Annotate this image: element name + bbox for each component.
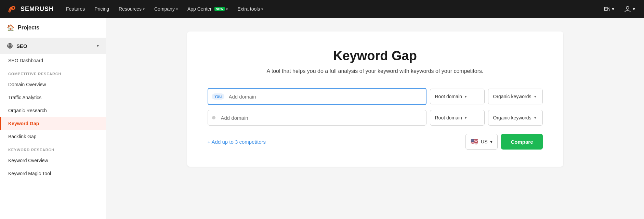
top-navigation: SEMRUSH Features Pricing Resources ▾ Com…	[0, 0, 644, 18]
add-competitors-button[interactable]: + Add up to 3 competitors	[208, 139, 266, 145]
nav-right: EN ▾ ▾	[601, 3, 639, 15]
language-selector[interactable]: EN ▾	[601, 4, 618, 14]
nav-company[interactable]: Company ▾	[150, 4, 182, 14]
sidebar-item-traffic-analytics[interactable]: Traffic Analytics	[0, 91, 106, 104]
nav-extra-tools[interactable]: Extra tools ▾	[233, 4, 267, 14]
sidebar-item-domain-overview[interactable]: Domain Overview	[0, 78, 106, 91]
bottom-row: + Add up to 3 competitors 🇺🇸 US ▾ Compar…	[208, 134, 543, 150]
flag-icon: 🇺🇸	[471, 138, 478, 145]
chevron-down-icon: ▾	[534, 116, 536, 120]
domain-input-wrap-2	[208, 110, 426, 126]
chevron-down-icon: ▾	[97, 43, 99, 48]
main-content: Keyword Gap A tool that helps you do a f…	[106, 18, 644, 219]
sidebar-section-competitive: COMPETITIVE RESEARCH	[0, 67, 106, 78]
domain-input-wrap-1: You	[208, 88, 426, 105]
sidebar-seo-label: SEO	[16, 43, 93, 49]
home-icon: 🏠	[7, 24, 14, 31]
chevron-down-icon: ▾	[261, 7, 263, 11]
logo[interactable]: SEMRUSH	[5, 3, 54, 15]
sidebar-item-seo-dashboard[interactable]: SEO Dashboard	[0, 54, 106, 67]
sidebar-section-keyword-research: KEYWORD RESEARCH	[0, 143, 106, 154]
chevron-down-icon: ▾	[534, 94, 536, 99]
chevron-down-icon: ▾	[490, 139, 492, 144]
root-domain-select-2[interactable]: Root domain ▾	[430, 110, 485, 126]
domain-row-2: Root domain ▾ Organic keywords ▾	[208, 110, 543, 126]
domain-input-1[interactable]	[208, 89, 426, 104]
logo-text: SEMRUSH	[21, 5, 54, 13]
new-badge: NEW	[214, 7, 225, 11]
organic-keywords-select-1[interactable]: Organic keywords ▾	[488, 89, 543, 104]
chevron-down-icon: ▾	[465, 94, 467, 99]
right-controls: 🇺🇸 US ▾ Compare	[465, 134, 542, 150]
root-domain-select-1[interactable]: Root domain ▾	[430, 89, 485, 104]
domain-input-2[interactable]	[208, 110, 426, 126]
semrush-logo-icon	[5, 3, 18, 15]
chevron-down-icon: ▾	[176, 7, 178, 11]
nav-pricing[interactable]: Pricing	[90, 4, 113, 14]
chevron-down-icon: ▾	[465, 116, 467, 120]
nav-links: Features Pricing Resources ▾ Company ▾ A…	[62, 4, 601, 14]
seo-icon	[7, 43, 13, 49]
tool-description: A tool that helps you do a full analysis…	[208, 68, 543, 74]
chevron-down-icon: ▾	[226, 7, 228, 11]
chevron-down-icon: ▾	[143, 7, 145, 11]
sidebar-item-keyword-magic-tool[interactable]: Keyword Magic Tool	[0, 167, 106, 180]
organic-keywords-select-2[interactable]: Organic keywords ▾	[488, 110, 543, 126]
country-select[interactable]: 🇺🇸 US ▾	[465, 134, 498, 150]
sidebar-item-keyword-gap[interactable]: Keyword Gap	[0, 117, 106, 130]
compare-button[interactable]: Compare	[501, 134, 542, 150]
chevron-down-icon: ▾	[612, 6, 614, 12]
domain-dot-icon	[212, 116, 215, 119]
sidebar-projects-label: Projects	[18, 25, 39, 31]
svg-point-1	[626, 7, 629, 9]
sidebar: 🏠 Projects SEO ▾ SEO Dashboard COMPETITI…	[0, 18, 106, 219]
sidebar-projects[interactable]: 🏠 Projects	[0, 18, 106, 38]
page-title: Keyword Gap	[208, 49, 543, 63]
chevron-down-icon: ▾	[633, 6, 635, 12]
nav-features[interactable]: Features	[62, 4, 89, 14]
nav-resources[interactable]: Resources ▾	[115, 4, 149, 14]
sidebar-item-backlink-gap[interactable]: Backlink Gap	[0, 130, 106, 143]
main-layout: 🏠 Projects SEO ▾ SEO Dashboard COMPETITI…	[0, 18, 644, 219]
domain-row-1: You Root domain ▾ Organic keywords ▾	[208, 88, 543, 105]
nav-app-center[interactable]: App Center NEW ▾	[183, 4, 232, 14]
user-icon	[624, 5, 631, 13]
tool-card: Keyword Gap A tool that helps you do a f…	[187, 31, 563, 167]
sidebar-seo[interactable]: SEO ▾	[0, 38, 106, 54]
user-menu[interactable]: ▾	[620, 3, 639, 15]
sidebar-item-keyword-overview[interactable]: Keyword Overview	[0, 154, 106, 167]
sidebar-item-organic-research[interactable]: Organic Research	[0, 104, 106, 117]
svg-point-2	[8, 43, 12, 48]
